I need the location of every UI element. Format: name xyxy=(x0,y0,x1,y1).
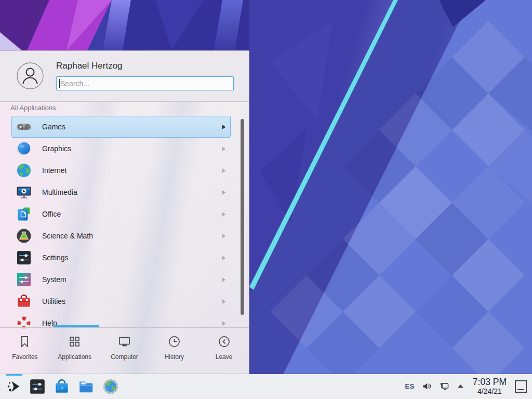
taskbar-app-button[interactable] xyxy=(53,378,71,395)
category-item[interactable]: Games xyxy=(11,116,231,138)
history-clock-icon xyxy=(167,335,181,349)
system-settings-icon xyxy=(29,378,46,395)
network-icon[interactable] xyxy=(439,381,450,392)
launcher-footer-tabs: Favorites Applications Computer History … xyxy=(0,327,249,374)
scrollbar[interactable] xyxy=(241,119,244,315)
app-launcher-button[interactable] xyxy=(4,374,24,399)
tab-leave[interactable]: Leave xyxy=(199,328,249,374)
category-label: Multimedia xyxy=(42,188,77,196)
internet-icon xyxy=(16,162,32,179)
taskbar-app-button[interactable] xyxy=(29,378,46,395)
taskbar-pinned-apps xyxy=(29,378,119,395)
category-item[interactable]: Utilities xyxy=(11,290,231,312)
multimedia-icon xyxy=(16,184,32,201)
clock-time: 7:03 PM xyxy=(473,377,507,388)
application-launcher-menu: Raphael Hertzog All Applications Games G… xyxy=(0,50,249,374)
category-label: Settings xyxy=(42,254,69,262)
category-item[interactable]: System xyxy=(11,269,231,290)
computer-monitor-icon xyxy=(117,335,131,349)
category-item[interactable]: Help xyxy=(11,312,231,328)
category-label: Office xyxy=(42,210,61,218)
launcher-header: Raphael Hertzog xyxy=(0,51,249,102)
section-label: All Applications xyxy=(10,104,56,112)
search-input[interactable] xyxy=(56,76,234,90)
submenu-arrow-icon xyxy=(221,321,226,326)
games-icon xyxy=(16,118,32,135)
dolphin-folder-icon xyxy=(77,378,95,395)
taskbar-app-button[interactable] xyxy=(102,378,119,395)
graphics-icon xyxy=(16,140,32,157)
system-tray: ES 7:03 PM 4/24/21 xyxy=(405,377,528,395)
submenu-arrow-icon xyxy=(221,190,226,195)
help-icon xyxy=(16,315,32,328)
category-label: Science & Math xyxy=(42,232,93,240)
keyboard-layout-indicator[interactable]: ES xyxy=(405,382,414,390)
user-name: Raphael Hertzog xyxy=(56,61,123,71)
submenu-arrow-icon xyxy=(221,299,226,304)
category-label: Graphics xyxy=(42,144,71,153)
submenu-arrow-icon xyxy=(221,211,226,217)
clock-date: 4/24/21 xyxy=(473,388,507,396)
submenu-arrow-icon xyxy=(221,146,226,152)
submenu-arrow-icon xyxy=(221,255,226,261)
active-tab-indicator xyxy=(54,325,99,327)
category-label: Internet xyxy=(42,166,66,175)
submenu-arrow-icon xyxy=(221,277,226,283)
applications-grid-icon xyxy=(68,335,82,349)
category-label: Games xyxy=(42,123,65,131)
kde-launcher-icon xyxy=(6,379,22,394)
taskbar-app-button[interactable] xyxy=(77,378,95,395)
clock[interactable]: 7:03 PM 4/24/21 xyxy=(473,377,507,395)
utilities-icon xyxy=(16,293,32,310)
system-icon xyxy=(16,271,32,288)
tab-history[interactable]: History xyxy=(149,328,199,374)
discover-icon xyxy=(53,378,71,395)
tab-favorites[interactable]: Favorites xyxy=(0,328,50,374)
category-label: Utilities xyxy=(42,297,65,305)
category-item[interactable]: Settings xyxy=(11,247,231,269)
text-cursor xyxy=(59,79,60,88)
expand-tray-icon[interactable] xyxy=(457,382,464,390)
category-list: Games Graphics Internet Multimedia Offic… xyxy=(11,116,231,328)
category-item[interactable]: Internet xyxy=(11,159,231,181)
category-item[interactable]: Graphics xyxy=(11,138,231,159)
office-icon xyxy=(16,206,32,222)
favorites-bookmark-icon xyxy=(18,335,32,349)
submenu-arrow-icon xyxy=(221,168,226,174)
volume-icon[interactable] xyxy=(421,381,432,392)
browser-globe-icon xyxy=(102,378,119,395)
tab-computer[interactable]: Computer xyxy=(100,328,150,374)
leave-icon xyxy=(217,335,231,349)
tab-applications[interactable]: Applications xyxy=(50,328,100,374)
user-avatar[interactable] xyxy=(17,62,44,89)
submenu-arrow-icon xyxy=(221,124,226,130)
category-item[interactable]: Office xyxy=(11,203,231,225)
taskbar: ES 7:03 PM 4/24/21 xyxy=(0,374,532,399)
category-label: System xyxy=(42,275,66,284)
show-desktop-button[interactable] xyxy=(515,380,527,393)
settings-icon xyxy=(16,249,32,266)
science-icon xyxy=(16,228,32,244)
submenu-arrow-icon xyxy=(221,233,226,239)
category-item[interactable]: Science & Math xyxy=(11,225,231,247)
category-item[interactable]: Multimedia xyxy=(11,181,231,203)
